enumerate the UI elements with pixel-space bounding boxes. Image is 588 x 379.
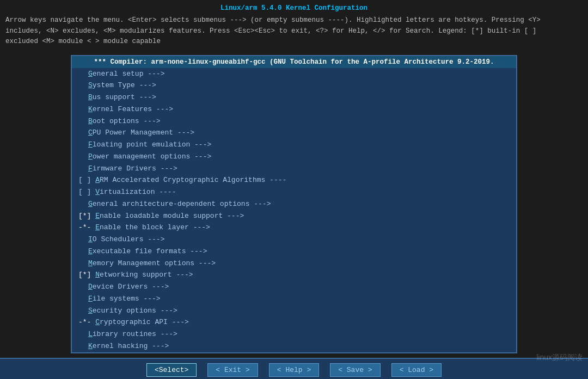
menu-item-system-type[interactable]: System Type ---> bbox=[72, 80, 516, 91]
exit-button[interactable]: < Exit > bbox=[207, 363, 258, 377]
main-area: *** Compiler: arm-none-linux-gnueabihf-g… bbox=[0, 51, 588, 358]
help-text: Linux/arm 5.4.0 Kernel Configuration Arr… bbox=[0, 0, 588, 51]
save-button[interactable]: < Save > bbox=[330, 363, 380, 377]
menu-item-crypto-api[interactable]: -*- Cryptographic API ---> bbox=[72, 316, 516, 328]
menu-item-device-drivers[interactable]: Device Drivers ---> bbox=[72, 281, 516, 293]
bottom-bar: <Select> < Exit > < Help > < Save > < Lo… bbox=[0, 358, 588, 380]
help-line-3: excluded <M> module < > module capable bbox=[5, 36, 583, 47]
menu-item-file-systems[interactable]: File systems ---> bbox=[72, 293, 516, 305]
menu-items-list: General setup --->System Type --->Bus su… bbox=[72, 68, 516, 352]
help-line-2: includes, <N> excludes, <M> modularizes … bbox=[5, 26, 583, 36]
menu-item-io-schedulers[interactable]: IO Schedulers ---> bbox=[72, 234, 516, 246]
menu-item-block-layer[interactable]: -*- Enable the block layer ---> bbox=[72, 222, 516, 234]
menu-item-loadable-module[interactable]: [*] Enable loadable module support ---> bbox=[72, 210, 516, 222]
select-button[interactable]: <Select> bbox=[146, 363, 197, 377]
menu-item-networking[interactable]: [*] Networking support ---> bbox=[72, 269, 516, 281]
menu-item-cpu-power[interactable]: CPU Power Management ---> bbox=[72, 127, 516, 139]
menu-item-library-routines[interactable]: Library routines ---> bbox=[72, 328, 516, 340]
menu-item-boot-options[interactable]: Boot options ---> bbox=[72, 115, 516, 127]
menu-item-kernel-features[interactable]: Kernel Features ---> bbox=[72, 103, 516, 115]
menu-header: *** Compiler: arm-none-linux-gnueabihf-g… bbox=[72, 56, 516, 68]
menu-item-security-options[interactable]: Security options ---> bbox=[72, 305, 516, 317]
menu-item-kernel-hacking[interactable]: Kernel hacking ---> bbox=[72, 340, 516, 352]
menu-item-general-setup[interactable]: General setup ---> bbox=[72, 68, 516, 80]
help-line-1: Arrow keys navigate the menu. <Enter> se… bbox=[5, 15, 583, 26]
menu-item-firmware-drivers[interactable]: Firmware Drivers ---> bbox=[72, 163, 516, 175]
menu-item-memory-mgmt[interactable]: Memory Management options ---> bbox=[72, 258, 516, 270]
menu-item-arch-dependent[interactable]: General architecture-dependent options -… bbox=[72, 198, 516, 210]
menu-item-bus-support[interactable]: Bus support ---> bbox=[72, 91, 516, 103]
kernel-config-screen: Linux/arm 5.4.0 Kernel Configuration Arr… bbox=[0, 0, 588, 379]
menu-item-arm-crypto[interactable]: [ ] ARM Accelerated Cryptographic Algori… bbox=[72, 174, 516, 186]
menu-item-virtualization[interactable]: [ ] Virtualization ---- bbox=[72, 186, 516, 198]
load-button[interactable]: < Load > bbox=[391, 363, 442, 377]
window-title: Linux/arm 5.4.0 Kernel Configuration bbox=[5, 3, 583, 14]
menu-item-floating-point[interactable]: Floating point emulation ---> bbox=[72, 139, 516, 151]
menu-box: *** Compiler: arm-none-linux-gnueabihf-g… bbox=[71, 55, 517, 353]
menu-item-power-mgmt[interactable]: Power management options ---> bbox=[72, 151, 516, 163]
help-button[interactable]: < Help > bbox=[269, 363, 319, 377]
menu-item-executable-formats[interactable]: Executable file formats ---> bbox=[72, 246, 516, 258]
